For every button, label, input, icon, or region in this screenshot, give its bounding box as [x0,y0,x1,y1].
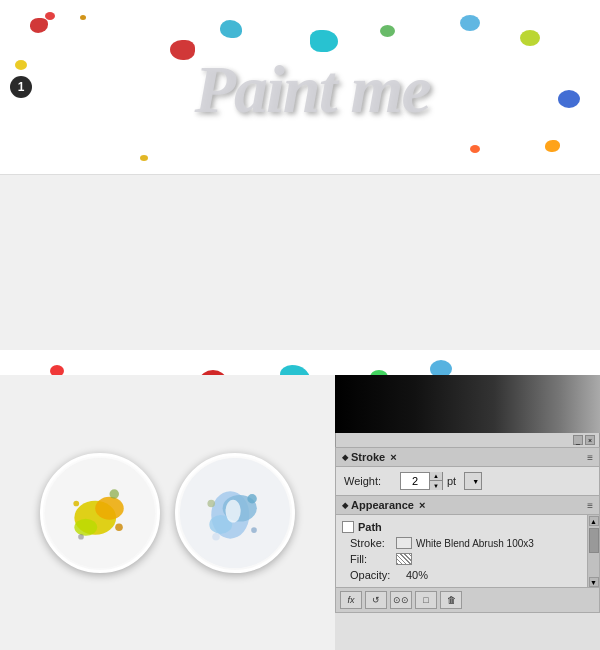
weight-input-wrapper: ▲ ▼ [400,472,443,490]
splatter-yellow-1 [15,60,27,70]
svg-point-3 [74,518,97,535]
path-checkbox[interactable] [342,521,354,533]
stroke-panel-title: ◆ Stroke × [342,451,397,463]
splatter-dot-1 [80,15,86,20]
scroll-down-arrow[interactable]: ▼ [589,577,599,587]
rotate-button[interactable]: ↺ [365,591,387,609]
splatter-green-1 [380,25,395,37]
circle-frame-2 [175,453,295,573]
window-chrome: _ × [335,433,600,447]
svg-point-7 [78,533,84,539]
gradient-preview-bar [335,375,600,433]
stroke-swatch [396,537,412,549]
splatter-cyan-3 [460,15,480,31]
fx-button[interactable]: fx [340,591,362,609]
fill-prop-row: Fill: [342,551,581,567]
stroke-close[interactable]: × [390,451,396,463]
splatter-red-1 [30,18,48,33]
svg-point-2 [95,496,124,519]
stroke-panel-header: ◆ Stroke × ≡ [336,448,599,467]
stroke-panel-menu[interactable]: ≡ [587,452,593,463]
opacity-value: 40% [406,569,428,581]
appearance-panel-header: ◆ Appearance × ≡ [336,496,599,515]
step1-section: 1 Paint me [0,0,600,175]
splatter-orange-1 [545,140,560,152]
panel-toolbar: fx ↺ ⊙⊙ □ 🗑 [336,587,599,612]
select-wrapper: ▼ [464,472,482,490]
opacity-row: Opacity: 40% [342,567,581,583]
close-btn-panel[interactable]: × [585,435,595,445]
weight-unit: pt [447,475,456,487]
splatter-dot-2 [140,155,148,161]
weight-input[interactable] [401,475,429,487]
bottom-left [0,375,335,650]
delete-button[interactable]: 🗑 [440,591,462,609]
appearance-panel: ◆ Appearance × ≡ Path Stroke: [335,496,600,613]
stroke-panel: ◆ Stroke × ≡ Weight: ▲ ▼ pt [335,447,600,496]
splatter-blue-1 [558,90,580,108]
appearance-content-wrapper: Path Stroke: White Blend Abrush 100x3 Fi… [336,515,599,587]
svg-point-5 [73,500,79,506]
stroke-type-select[interactable] [464,472,482,490]
appearance-title: ◆ Appearance × [342,499,425,511]
path-label: Path [358,521,382,533]
stroke-weight-row: Weight: ▲ ▼ pt ▼ [336,467,599,495]
fill-swatch [396,553,412,565]
scroll-thumb[interactable] [589,528,599,553]
svg-point-12 [226,499,241,522]
path-row: Path [342,519,581,535]
step1-paint-text: Paint me [194,50,429,129]
weight-down[interactable]: ▼ [430,481,442,490]
appearance-content: Path Stroke: White Blend Abrush 100x3 Fi… [336,515,587,587]
splatter-red-2 [45,12,55,20]
step1-badge: 1 [10,76,32,98]
splatter-red-3 [170,40,195,60]
svg-point-6 [110,489,120,499]
splatter-dot-3 [470,145,480,153]
stroke-prop-value: White Blend Abrush 100x3 [416,538,534,549]
appearance-close[interactable]: × [419,499,425,511]
stroke-prop-row: Stroke: White Blend Abrush 100x3 [342,535,581,551]
fill-prop-label: Fill: [350,553,392,565]
new-button[interactable]: □ [415,591,437,609]
stroke-diamond-icon: ◆ [342,453,348,462]
svg-point-16 [212,532,220,540]
copy-button[interactable]: ⊙⊙ [390,591,412,609]
circle-frame-1 [40,453,160,573]
weight-up[interactable]: ▲ [430,472,442,481]
svg-point-14 [207,499,215,507]
panel-scrollbar[interactable]: ▲ ▼ [587,515,599,587]
main-area: 思缘设计论坛 www.MISSY UAN.COM 1 Paint me [0,0,600,650]
svg-point-15 [251,527,257,533]
weight-spinners: ▲ ▼ [429,472,442,490]
scroll-up-arrow[interactable]: ▲ [589,516,599,526]
stroke-prop-label: Stroke: [350,537,392,549]
appearance-diamond-icon: ◆ [342,501,348,510]
svg-point-4 [115,523,123,531]
svg-point-13 [247,494,257,504]
opacity-label: Opacity: [350,569,402,581]
minimize-btn[interactable]: _ [573,435,583,445]
appearance-panel-menu[interactable]: ≡ [587,500,593,511]
splatter-cyan-1 [220,20,242,38]
right-panel-area: _ × ◆ Stroke × ≡ Weight: ▲ ▼ [335,375,600,650]
splatter-lime-1 [520,30,540,46]
splatter-cyan-2 [310,30,338,52]
weight-label: Weight: [344,475,396,487]
